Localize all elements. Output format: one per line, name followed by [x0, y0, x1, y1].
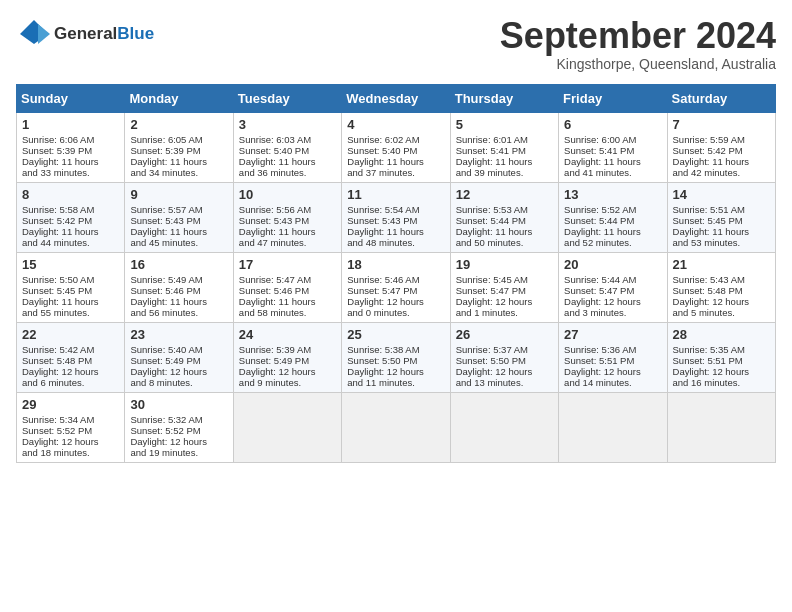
cell-info: Sunrise: 5:44 AMSunset: 5:47 PMDaylight:…	[564, 274, 641, 318]
calendar-cell: 30 Sunrise: 5:32 AMSunset: 5:52 PMDaylig…	[125, 392, 233, 462]
calendar-cell: 26 Sunrise: 5:37 AMSunset: 5:50 PMDaylig…	[450, 322, 558, 392]
cell-info: Sunrise: 5:37 AMSunset: 5:50 PMDaylight:…	[456, 344, 533, 388]
day-number: 1	[22, 117, 119, 132]
calendar-cell: 16 Sunrise: 5:49 AMSunset: 5:46 PMDaylig…	[125, 252, 233, 322]
calendar-cell: 12 Sunrise: 5:53 AMSunset: 5:44 PMDaylig…	[450, 182, 558, 252]
cell-info: Sunrise: 5:34 AMSunset: 5:52 PMDaylight:…	[22, 414, 99, 458]
calendar-cell: 2 Sunrise: 6:05 AMSunset: 5:39 PMDayligh…	[125, 112, 233, 182]
cell-info: Sunrise: 6:01 AMSunset: 5:41 PMDaylight:…	[456, 134, 533, 178]
calendar-week-3: 15 Sunrise: 5:50 AMSunset: 5:45 PMDaylig…	[17, 252, 776, 322]
cell-info: Sunrise: 5:47 AMSunset: 5:46 PMDaylight:…	[239, 274, 316, 318]
cell-info: Sunrise: 5:35 AMSunset: 5:51 PMDaylight:…	[673, 344, 750, 388]
calendar-cell: 7 Sunrise: 5:59 AMSunset: 5:42 PMDayligh…	[667, 112, 775, 182]
cell-info: Sunrise: 5:45 AMSunset: 5:47 PMDaylight:…	[456, 274, 533, 318]
calendar-week-4: 22 Sunrise: 5:42 AMSunset: 5:48 PMDaylig…	[17, 322, 776, 392]
month-title: September 2024	[500, 16, 776, 56]
calendar-cell: 8 Sunrise: 5:58 AMSunset: 5:42 PMDayligh…	[17, 182, 125, 252]
cell-info: Sunrise: 5:52 AMSunset: 5:44 PMDaylight:…	[564, 204, 641, 248]
page-header: GeneralBlue September 2024 Kingsthorpe, …	[16, 16, 776, 72]
calendar-cell: 5 Sunrise: 6:01 AMSunset: 5:41 PMDayligh…	[450, 112, 558, 182]
day-number: 12	[456, 187, 553, 202]
cell-info: Sunrise: 5:39 AMSunset: 5:49 PMDaylight:…	[239, 344, 316, 388]
calendar-cell	[233, 392, 341, 462]
calendar-cell: 18 Sunrise: 5:46 AMSunset: 5:47 PMDaylig…	[342, 252, 450, 322]
day-number: 30	[130, 397, 227, 412]
calendar-cell: 21 Sunrise: 5:43 AMSunset: 5:48 PMDaylig…	[667, 252, 775, 322]
calendar-cell: 10 Sunrise: 5:56 AMSunset: 5:43 PMDaylig…	[233, 182, 341, 252]
calendar-cell: 25 Sunrise: 5:38 AMSunset: 5:50 PMDaylig…	[342, 322, 450, 392]
cell-info: Sunrise: 5:32 AMSunset: 5:52 PMDaylight:…	[130, 414, 207, 458]
day-number: 16	[130, 257, 227, 272]
day-number: 25	[347, 327, 444, 342]
calendar-table: SundayMondayTuesdayWednesdayThursdayFrid…	[16, 84, 776, 463]
day-number: 10	[239, 187, 336, 202]
day-number: 9	[130, 187, 227, 202]
day-number: 22	[22, 327, 119, 342]
day-number: 2	[130, 117, 227, 132]
cell-info: Sunrise: 6:02 AMSunset: 5:40 PMDaylight:…	[347, 134, 424, 178]
cell-info: Sunrise: 5:40 AMSunset: 5:49 PMDaylight:…	[130, 344, 207, 388]
calendar-cell	[559, 392, 667, 462]
day-number: 8	[22, 187, 119, 202]
cell-info: Sunrise: 6:03 AMSunset: 5:40 PMDaylight:…	[239, 134, 316, 178]
calendar-cell: 19 Sunrise: 5:45 AMSunset: 5:47 PMDaylig…	[450, 252, 558, 322]
cell-info: Sunrise: 5:58 AMSunset: 5:42 PMDaylight:…	[22, 204, 99, 248]
day-number: 23	[130, 327, 227, 342]
logo-general: General	[54, 24, 117, 43]
day-number: 28	[673, 327, 770, 342]
calendar-cell: 13 Sunrise: 5:52 AMSunset: 5:44 PMDaylig…	[559, 182, 667, 252]
cell-info: Sunrise: 6:00 AMSunset: 5:41 PMDaylight:…	[564, 134, 641, 178]
day-number: 5	[456, 117, 553, 132]
logo: GeneralBlue	[16, 16, 154, 52]
logo-blue: Blue	[117, 24, 154, 43]
calendar-cell: 28 Sunrise: 5:35 AMSunset: 5:51 PMDaylig…	[667, 322, 775, 392]
day-number: 26	[456, 327, 553, 342]
col-header-tuesday: Tuesday	[233, 84, 341, 112]
cell-info: Sunrise: 5:36 AMSunset: 5:51 PMDaylight:…	[564, 344, 641, 388]
cell-info: Sunrise: 5:51 AMSunset: 5:45 PMDaylight:…	[673, 204, 750, 248]
calendar-cell: 23 Sunrise: 5:40 AMSunset: 5:49 PMDaylig…	[125, 322, 233, 392]
day-number: 18	[347, 257, 444, 272]
cell-info: Sunrise: 5:53 AMSunset: 5:44 PMDaylight:…	[456, 204, 533, 248]
svg-marker-1	[38, 24, 50, 44]
col-header-saturday: Saturday	[667, 84, 775, 112]
title-block: September 2024 Kingsthorpe, Queensland, …	[500, 16, 776, 72]
calendar-cell: 22 Sunrise: 5:42 AMSunset: 5:48 PMDaylig…	[17, 322, 125, 392]
location: Kingsthorpe, Queensland, Australia	[500, 56, 776, 72]
calendar-cell	[342, 392, 450, 462]
day-number: 29	[22, 397, 119, 412]
calendar-cell: 9 Sunrise: 5:57 AMSunset: 5:43 PMDayligh…	[125, 182, 233, 252]
calendar-cell: 6 Sunrise: 6:00 AMSunset: 5:41 PMDayligh…	[559, 112, 667, 182]
col-header-monday: Monday	[125, 84, 233, 112]
calendar-cell	[450, 392, 558, 462]
calendar-week-5: 29 Sunrise: 5:34 AMSunset: 5:52 PMDaylig…	[17, 392, 776, 462]
cell-info: Sunrise: 5:42 AMSunset: 5:48 PMDaylight:…	[22, 344, 99, 388]
calendar-cell: 11 Sunrise: 5:54 AMSunset: 5:43 PMDaylig…	[342, 182, 450, 252]
cell-info: Sunrise: 5:49 AMSunset: 5:46 PMDaylight:…	[130, 274, 207, 318]
day-number: 11	[347, 187, 444, 202]
day-number: 7	[673, 117, 770, 132]
cell-info: Sunrise: 5:59 AMSunset: 5:42 PMDaylight:…	[673, 134, 750, 178]
cell-info: Sunrise: 5:46 AMSunset: 5:47 PMDaylight:…	[347, 274, 424, 318]
day-number: 3	[239, 117, 336, 132]
col-header-wednesday: Wednesday	[342, 84, 450, 112]
calendar-cell: 14 Sunrise: 5:51 AMSunset: 5:45 PMDaylig…	[667, 182, 775, 252]
calendar-cell: 15 Sunrise: 5:50 AMSunset: 5:45 PMDaylig…	[17, 252, 125, 322]
cell-info: Sunrise: 5:57 AMSunset: 5:43 PMDaylight:…	[130, 204, 207, 248]
calendar-week-2: 8 Sunrise: 5:58 AMSunset: 5:42 PMDayligh…	[17, 182, 776, 252]
cell-info: Sunrise: 5:38 AMSunset: 5:50 PMDaylight:…	[347, 344, 424, 388]
cell-info: Sunrise: 5:54 AMSunset: 5:43 PMDaylight:…	[347, 204, 424, 248]
day-number: 27	[564, 327, 661, 342]
day-number: 17	[239, 257, 336, 272]
day-number: 13	[564, 187, 661, 202]
col-header-friday: Friday	[559, 84, 667, 112]
day-number: 21	[673, 257, 770, 272]
calendar-cell: 4 Sunrise: 6:02 AMSunset: 5:40 PMDayligh…	[342, 112, 450, 182]
calendar-header-row: SundayMondayTuesdayWednesdayThursdayFrid…	[17, 84, 776, 112]
cell-info: Sunrise: 5:43 AMSunset: 5:48 PMDaylight:…	[673, 274, 750, 318]
calendar-cell: 29 Sunrise: 5:34 AMSunset: 5:52 PMDaylig…	[17, 392, 125, 462]
day-number: 20	[564, 257, 661, 272]
calendar-cell	[667, 392, 775, 462]
day-number: 14	[673, 187, 770, 202]
calendar-cell: 27 Sunrise: 5:36 AMSunset: 5:51 PMDaylig…	[559, 322, 667, 392]
